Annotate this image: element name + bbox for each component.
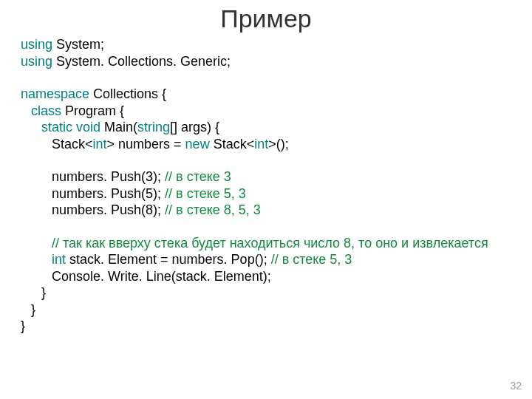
code-line: using System; <box>21 36 517 53</box>
code-line: namespace Collections { <box>21 86 517 103</box>
code-line: using System. Collections. Generic; <box>21 53 517 70</box>
code-line: Stack<int> numbers = new Stack<int>(); <box>21 136 517 153</box>
code-line: Console. Write. Line(stack. Element); <box>21 268 517 285</box>
code-line: numbers. Push(3); // в стеке 3 <box>21 168 517 185</box>
code-line: class Program { <box>21 103 517 120</box>
code-line: } <box>21 318 517 335</box>
page-number: 32 <box>510 380 522 392</box>
code-line: } <box>21 301 517 318</box>
code-line: static void Main(string[] args) { <box>21 119 517 136</box>
code-line: int stack. Element = numbers. Pop(); // … <box>21 251 517 268</box>
code-line <box>21 69 517 86</box>
code-block: using System;using System. Collections. … <box>0 36 532 335</box>
code-line: numbers. Push(8); // в стеке 8, 5, 3 <box>21 202 517 219</box>
code-line: numbers. Push(5); // в стеке 5, 3 <box>21 185 517 202</box>
code-line: // так как вверху стека будет находиться… <box>21 235 517 252</box>
code-line: } <box>21 284 517 301</box>
code-line <box>21 152 517 168</box>
code-line <box>21 219 517 235</box>
slide-title: Пример <box>0 4 532 33</box>
